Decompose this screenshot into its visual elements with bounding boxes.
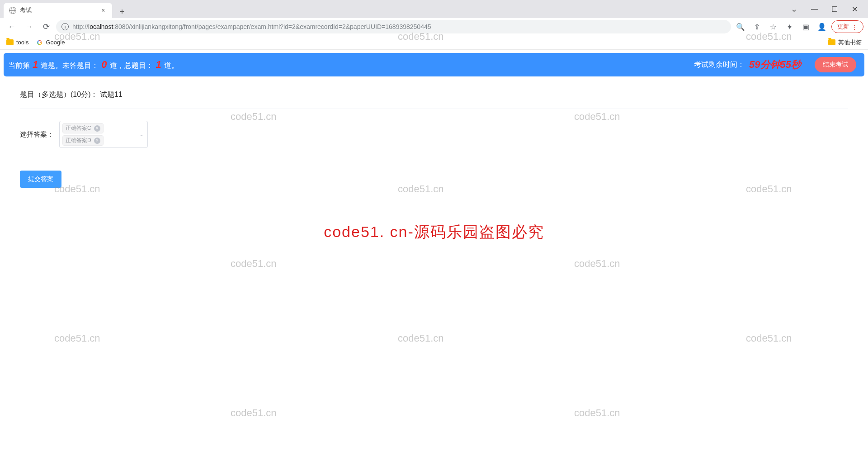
watermark: code51.cn <box>54 333 100 344</box>
page-content: 当前第 1 道题。未答题目： 0 道，总题目： 1 道。 考试剩余时间： 59分… <box>0 53 868 201</box>
forward-button[interactable]: → <box>22 19 36 34</box>
bookmark-tools[interactable]: tools <box>6 39 28 46</box>
exam-status: 当前第 1 道题。未答题目： 0 道，总题目： 1 道。 <box>8 59 179 71</box>
tag-remove-icon[interactable]: × <box>94 125 100 132</box>
question-title: 题目（多选题）(10分)： 试题11 <box>20 90 848 100</box>
sidepanel-icon[interactable]: ▣ <box>799 20 812 33</box>
tab-dropdown-icon[interactable]: ⌄ <box>785 4 803 14</box>
profile-icon[interactable]: 👤 <box>815 20 829 33</box>
close-window-button[interactable]: ✕ <box>846 2 863 16</box>
minimize-button[interactable]: — <box>807 2 823 16</box>
browser-tab[interactable]: 考试 × <box>4 3 112 18</box>
unanswered-count: 0 <box>101 59 107 71</box>
reload-button[interactable]: ⟳ <box>39 19 53 34</box>
watermark: code51.cn <box>231 258 277 270</box>
watermark: code51.cn <box>231 407 277 419</box>
answer-select[interactable]: 正确答案C × 正确答案D × ⌄ <box>59 121 148 148</box>
tab-title: 考试 <box>20 6 96 14</box>
end-exam-button[interactable]: 结束考试 <box>815 57 856 72</box>
update-label: 更新 <box>837 23 849 31</box>
current-question-number: 1 <box>33 59 38 71</box>
timer-label: 考试剩余时间： <box>694 60 745 70</box>
submit-answer-button[interactable]: 提交答案 <box>20 171 61 188</box>
divider <box>20 109 848 109</box>
new-tab-button[interactable]: + <box>116 5 128 18</box>
selected-tag[interactable]: 正确答案C × <box>62 123 104 133</box>
question-area: 题目（多选题）(10分)： 试题11 选择答案： 正确答案C × 正确答案D ×… <box>4 76 864 201</box>
folder-icon <box>6 39 14 45</box>
tag-label: 正确答案C <box>66 124 91 132</box>
watermark: code51.cn <box>398 333 444 344</box>
timer-value: 59分钟55秒 <box>749 58 801 71</box>
close-icon[interactable]: × <box>99 7 107 14</box>
address-bar[interactable]: i http://localhost:8080/xinlijiankangxit… <box>56 20 731 33</box>
watermark: code51.cn <box>746 333 792 344</box>
chevron-down-icon: ⌄ <box>139 131 144 138</box>
window-controls: ⌄ — ☐ ✕ <box>785 0 868 18</box>
bookmark-google[interactable]: G Google <box>36 39 65 46</box>
tab-strip: 考试 × + ⌄ — ☐ ✕ <box>0 0 868 18</box>
globe-icon <box>9 7 16 14</box>
answer-row: 选择答案： 正确答案C × 正确答案D × ⌄ <box>20 121 848 148</box>
watermark-big: code51. cn-源码乐园盗图必究 <box>324 222 544 243</box>
answer-label: 选择答案： <box>20 130 54 139</box>
maximize-button[interactable]: ☐ <box>826 2 843 16</box>
bookmarks-bar: tools G Google 其他书签 <box>0 35 868 50</box>
site-info-icon[interactable]: i <box>61 23 69 30</box>
tag-label: 正确答案D <box>66 137 91 144</box>
extensions-icon[interactable]: ✦ <box>783 20 796 33</box>
back-button[interactable]: ← <box>5 19 19 34</box>
folder-icon <box>828 39 835 45</box>
exam-header: 当前第 1 道题。未答题目： 0 道，总题目： 1 道。 考试剩余时间： 59分… <box>4 53 864 76</box>
kebab-icon: ⋮ <box>852 24 858 30</box>
browser-chrome: 考试 × + ⌄ — ☐ ✕ ← → ⟳ i http://localhost:… <box>0 0 868 50</box>
selected-tag[interactable]: 正确答案D × <box>62 135 104 146</box>
total-count: 1 <box>156 59 161 71</box>
address-row: ← → ⟳ i http://localhost:8080/xinlijiank… <box>0 18 868 35</box>
url-text: http://localhost:8080/xinlijiankangxiton… <box>72 23 431 30</box>
share-icon[interactable]: ⇪ <box>750 20 764 33</box>
google-icon: G <box>36 39 43 46</box>
star-icon[interactable]: ☆ <box>766 20 780 33</box>
other-bookmarks[interactable]: 其他书签 <box>828 38 862 47</box>
update-button[interactable]: 更新 ⋮ <box>831 20 863 33</box>
watermark: code51.cn <box>574 258 620 270</box>
zoom-icon[interactable]: 🔍 <box>734 20 747 33</box>
watermark: code51.cn <box>574 407 620 419</box>
tag-remove-icon[interactable]: × <box>94 138 100 144</box>
